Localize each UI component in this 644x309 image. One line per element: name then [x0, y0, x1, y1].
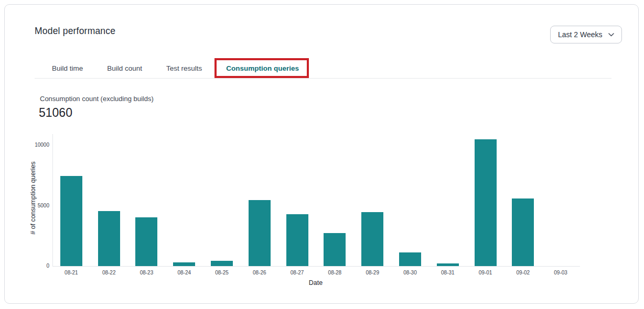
- chart-bar-08-24[interactable]: [173, 262, 195, 266]
- chart-bar-08-28[interactable]: [324, 233, 346, 266]
- chart-bar-08-22[interactable]: [98, 211, 120, 266]
- y-tick-label: 0: [20, 263, 49, 269]
- tab-build-count[interactable]: Build count: [107, 63, 142, 74]
- chart-bar-08-30[interactable]: [399, 252, 421, 266]
- y-tick-label: 5000: [20, 203, 49, 209]
- chart-bar-08-27[interactable]: [286, 214, 308, 266]
- chart-bar-08-23[interactable]: [135, 217, 157, 266]
- x-tick-label: 08-31: [430, 270, 466, 276]
- y-axis-line: [52, 134, 53, 266]
- y-tick-label: 10000: [20, 142, 49, 148]
- x-tick-label: 08-30: [392, 270, 428, 276]
- page-title: Model performance: [35, 26, 115, 37]
- x-tick-label: 08-25: [203, 270, 240, 276]
- x-tick-label: 09-03: [542, 270, 579, 276]
- chart-bar-08-26[interactable]: [249, 200, 271, 266]
- metric-value: 51060: [39, 106, 72, 120]
- tab-build-time[interactable]: Build time: [52, 63, 83, 74]
- x-tick-label: 09-01: [467, 270, 504, 276]
- x-tick-label: 08-24: [166, 270, 202, 276]
- x-tick-label: 08-21: [53, 270, 90, 276]
- y-axis-title: # of consumption queries: [29, 161, 37, 235]
- chart-bar-09-02[interactable]: [512, 198, 534, 266]
- tab-test-results[interactable]: Test results: [166, 63, 202, 74]
- x-tick-label: 08-26: [241, 270, 278, 276]
- x-tick-label: 08-23: [128, 270, 165, 276]
- date-range-dropdown[interactable]: Last 2 Weeks: [550, 26, 622, 43]
- tab-bar: Build time Build count Test results Cons…: [52, 63, 299, 74]
- tab-consumption-queries[interactable]: Consumption queries: [226, 63, 299, 74]
- chart-bar-08-25[interactable]: [211, 261, 233, 266]
- x-tick-label: 08-22: [91, 270, 127, 276]
- metric-label: Consumption count (excluding builds): [40, 95, 154, 103]
- tab-divider: [35, 78, 611, 79]
- tab-consumption-queries-label: Consumption queries: [226, 64, 299, 72]
- x-tick-label: 08-29: [354, 270, 391, 276]
- chevron-down-icon: [608, 33, 614, 37]
- chart-bar-08-31[interactable]: [437, 263, 459, 266]
- x-tick-label: 09-02: [505, 270, 541, 276]
- date-range-value: Last 2 Weeks: [558, 30, 603, 39]
- chart-bar-08-21[interactable]: [60, 176, 82, 266]
- x-axis-line: [52, 266, 580, 267]
- x-axis-title: Date: [309, 279, 323, 286]
- chart-bar-09-01[interactable]: [475, 139, 497, 266]
- chart-bar-08-29[interactable]: [361, 212, 383, 266]
- x-tick-label: 08-28: [316, 270, 353, 276]
- x-tick-label: 08-27: [279, 270, 316, 276]
